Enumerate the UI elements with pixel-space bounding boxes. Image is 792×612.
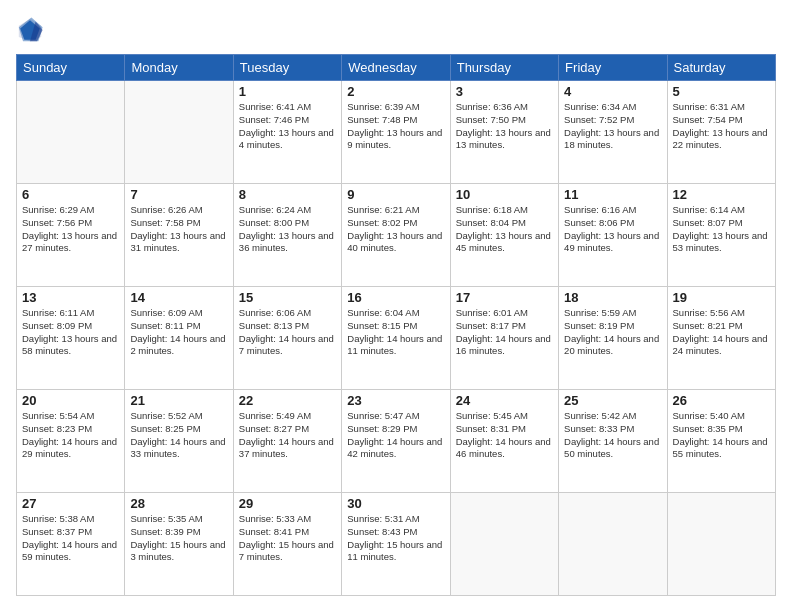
logo	[16, 16, 48, 44]
calendar-cell: 18Sunrise: 5:59 AM Sunset: 8:19 PM Dayli…	[559, 287, 667, 390]
day-info: Sunrise: 6:24 AM Sunset: 8:00 PM Dayligh…	[239, 204, 336, 255]
calendar-cell: 17Sunrise: 6:01 AM Sunset: 8:17 PM Dayli…	[450, 287, 558, 390]
calendar-cell: 29Sunrise: 5:33 AM Sunset: 8:41 PM Dayli…	[233, 493, 341, 596]
day-number: 15	[239, 290, 336, 305]
day-number: 25	[564, 393, 661, 408]
calendar-cell: 8Sunrise: 6:24 AM Sunset: 8:00 PM Daylig…	[233, 184, 341, 287]
day-info: Sunrise: 5:38 AM Sunset: 8:37 PM Dayligh…	[22, 513, 119, 564]
day-info: Sunrise: 6:31 AM Sunset: 7:54 PM Dayligh…	[673, 101, 770, 152]
day-number: 19	[673, 290, 770, 305]
calendar-cell: 22Sunrise: 5:49 AM Sunset: 8:27 PM Dayli…	[233, 390, 341, 493]
day-number: 21	[130, 393, 227, 408]
calendar-header-saturday: Saturday	[667, 55, 775, 81]
day-info: Sunrise: 5:33 AM Sunset: 8:41 PM Dayligh…	[239, 513, 336, 564]
day-info: Sunrise: 6:16 AM Sunset: 8:06 PM Dayligh…	[564, 204, 661, 255]
day-number: 22	[239, 393, 336, 408]
day-number: 11	[564, 187, 661, 202]
day-info: Sunrise: 6:39 AM Sunset: 7:48 PM Dayligh…	[347, 101, 444, 152]
calendar-table: SundayMondayTuesdayWednesdayThursdayFrid…	[16, 54, 776, 596]
day-number: 30	[347, 496, 444, 511]
day-info: Sunrise: 5:47 AM Sunset: 8:29 PM Dayligh…	[347, 410, 444, 461]
day-info: Sunrise: 6:09 AM Sunset: 8:11 PM Dayligh…	[130, 307, 227, 358]
calendar-header-sunday: Sunday	[17, 55, 125, 81]
calendar-week-2: 13Sunrise: 6:11 AM Sunset: 8:09 PM Dayli…	[17, 287, 776, 390]
day-number: 13	[22, 290, 119, 305]
calendar-week-0: 1Sunrise: 6:41 AM Sunset: 7:46 PM Daylig…	[17, 81, 776, 184]
calendar-week-1: 6Sunrise: 6:29 AM Sunset: 7:56 PM Daylig…	[17, 184, 776, 287]
day-info: Sunrise: 6:18 AM Sunset: 8:04 PM Dayligh…	[456, 204, 553, 255]
calendar-cell	[559, 493, 667, 596]
calendar-cell: 5Sunrise: 6:31 AM Sunset: 7:54 PM Daylig…	[667, 81, 775, 184]
calendar-cell: 9Sunrise: 6:21 AM Sunset: 8:02 PM Daylig…	[342, 184, 450, 287]
calendar-cell	[125, 81, 233, 184]
day-number: 17	[456, 290, 553, 305]
calendar-cell: 13Sunrise: 6:11 AM Sunset: 8:09 PM Dayli…	[17, 287, 125, 390]
calendar-week-3: 20Sunrise: 5:54 AM Sunset: 8:23 PM Dayli…	[17, 390, 776, 493]
calendar-header-row: SundayMondayTuesdayWednesdayThursdayFrid…	[17, 55, 776, 81]
day-number: 1	[239, 84, 336, 99]
day-number: 10	[456, 187, 553, 202]
page: SundayMondayTuesdayWednesdayThursdayFrid…	[0, 0, 792, 612]
day-number: 26	[673, 393, 770, 408]
day-info: Sunrise: 6:06 AM Sunset: 8:13 PM Dayligh…	[239, 307, 336, 358]
calendar-cell	[450, 493, 558, 596]
day-info: Sunrise: 6:21 AM Sunset: 8:02 PM Dayligh…	[347, 204, 444, 255]
calendar-cell	[17, 81, 125, 184]
calendar-cell: 26Sunrise: 5:40 AM Sunset: 8:35 PM Dayli…	[667, 390, 775, 493]
day-number: 29	[239, 496, 336, 511]
day-number: 5	[673, 84, 770, 99]
day-info: Sunrise: 6:14 AM Sunset: 8:07 PM Dayligh…	[673, 204, 770, 255]
day-info: Sunrise: 5:54 AM Sunset: 8:23 PM Dayligh…	[22, 410, 119, 461]
calendar-cell: 25Sunrise: 5:42 AM Sunset: 8:33 PM Dayli…	[559, 390, 667, 493]
day-number: 18	[564, 290, 661, 305]
day-info: Sunrise: 5:56 AM Sunset: 8:21 PM Dayligh…	[673, 307, 770, 358]
calendar-cell: 14Sunrise: 6:09 AM Sunset: 8:11 PM Dayli…	[125, 287, 233, 390]
logo-icon	[16, 16, 44, 44]
day-number: 8	[239, 187, 336, 202]
calendar-header-tuesday: Tuesday	[233, 55, 341, 81]
calendar-cell: 6Sunrise: 6:29 AM Sunset: 7:56 PM Daylig…	[17, 184, 125, 287]
calendar-cell: 7Sunrise: 6:26 AM Sunset: 7:58 PM Daylig…	[125, 184, 233, 287]
day-number: 12	[673, 187, 770, 202]
calendar-cell: 16Sunrise: 6:04 AM Sunset: 8:15 PM Dayli…	[342, 287, 450, 390]
calendar-cell: 11Sunrise: 6:16 AM Sunset: 8:06 PM Dayli…	[559, 184, 667, 287]
calendar-cell: 27Sunrise: 5:38 AM Sunset: 8:37 PM Dayli…	[17, 493, 125, 596]
calendar-cell: 2Sunrise: 6:39 AM Sunset: 7:48 PM Daylig…	[342, 81, 450, 184]
day-number: 2	[347, 84, 444, 99]
calendar-cell: 15Sunrise: 6:06 AM Sunset: 8:13 PM Dayli…	[233, 287, 341, 390]
day-info: Sunrise: 6:29 AM Sunset: 7:56 PM Dayligh…	[22, 204, 119, 255]
calendar-header-monday: Monday	[125, 55, 233, 81]
day-number: 23	[347, 393, 444, 408]
day-info: Sunrise: 6:01 AM Sunset: 8:17 PM Dayligh…	[456, 307, 553, 358]
day-info: Sunrise: 6:36 AM Sunset: 7:50 PM Dayligh…	[456, 101, 553, 152]
calendar-header-friday: Friday	[559, 55, 667, 81]
day-info: Sunrise: 5:35 AM Sunset: 8:39 PM Dayligh…	[130, 513, 227, 564]
day-number: 9	[347, 187, 444, 202]
calendar-cell: 19Sunrise: 5:56 AM Sunset: 8:21 PM Dayli…	[667, 287, 775, 390]
calendar-cell: 30Sunrise: 5:31 AM Sunset: 8:43 PM Dayli…	[342, 493, 450, 596]
day-info: Sunrise: 5:45 AM Sunset: 8:31 PM Dayligh…	[456, 410, 553, 461]
calendar-cell: 21Sunrise: 5:52 AM Sunset: 8:25 PM Dayli…	[125, 390, 233, 493]
day-info: Sunrise: 5:40 AM Sunset: 8:35 PM Dayligh…	[673, 410, 770, 461]
day-number: 27	[22, 496, 119, 511]
day-number: 6	[22, 187, 119, 202]
day-number: 20	[22, 393, 119, 408]
calendar-header-thursday: Thursday	[450, 55, 558, 81]
calendar-cell: 12Sunrise: 6:14 AM Sunset: 8:07 PM Dayli…	[667, 184, 775, 287]
header	[16, 16, 776, 44]
day-info: Sunrise: 6:11 AM Sunset: 8:09 PM Dayligh…	[22, 307, 119, 358]
calendar-cell: 20Sunrise: 5:54 AM Sunset: 8:23 PM Dayli…	[17, 390, 125, 493]
day-number: 24	[456, 393, 553, 408]
calendar-cell	[667, 493, 775, 596]
calendar-cell: 1Sunrise: 6:41 AM Sunset: 7:46 PM Daylig…	[233, 81, 341, 184]
day-info: Sunrise: 6:04 AM Sunset: 8:15 PM Dayligh…	[347, 307, 444, 358]
day-info: Sunrise: 5:31 AM Sunset: 8:43 PM Dayligh…	[347, 513, 444, 564]
day-info: Sunrise: 5:52 AM Sunset: 8:25 PM Dayligh…	[130, 410, 227, 461]
calendar-cell: 4Sunrise: 6:34 AM Sunset: 7:52 PM Daylig…	[559, 81, 667, 184]
day-info: Sunrise: 6:26 AM Sunset: 7:58 PM Dayligh…	[130, 204, 227, 255]
day-info: Sunrise: 6:41 AM Sunset: 7:46 PM Dayligh…	[239, 101, 336, 152]
calendar-week-4: 27Sunrise: 5:38 AM Sunset: 8:37 PM Dayli…	[17, 493, 776, 596]
calendar-cell: 3Sunrise: 6:36 AM Sunset: 7:50 PM Daylig…	[450, 81, 558, 184]
day-number: 4	[564, 84, 661, 99]
calendar-cell: 24Sunrise: 5:45 AM Sunset: 8:31 PM Dayli…	[450, 390, 558, 493]
